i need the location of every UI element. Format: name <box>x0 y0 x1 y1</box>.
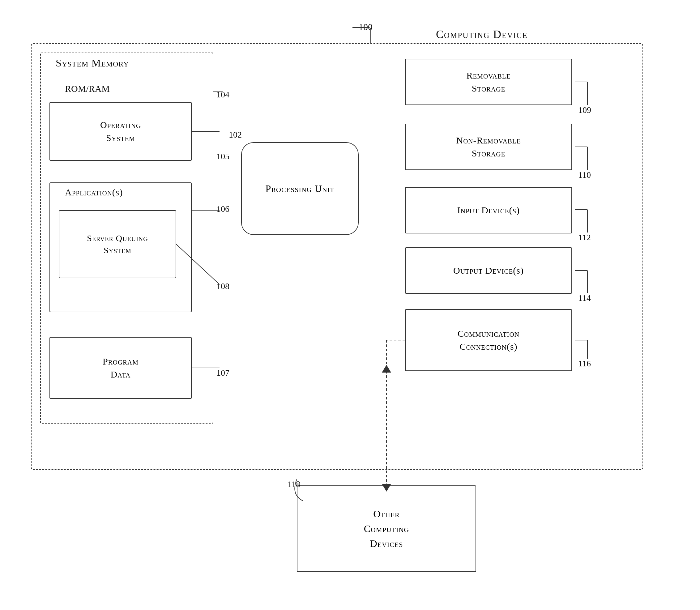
system-memory-label: System Memory <box>55 57 129 69</box>
ref-104: 104 <box>217 90 229 99</box>
diagram-container: Computing Device 100 System Memory ROM/R… <box>18 18 682 600</box>
applications-label: Application(s) <box>65 187 123 197</box>
communication-connections-label: CommunicationConnection(s) <box>458 327 520 353</box>
server-queuing-label: Server QueuingSystem <box>87 232 148 256</box>
processing-unit-label: Processing Unit <box>266 182 335 196</box>
processing-unit-box: Processing Unit <box>241 142 359 235</box>
other-computing-devices-label: OtherComputingDevices <box>364 507 409 551</box>
rom-ram-label: ROM/RAM <box>65 83 110 94</box>
operating-system-box: OperatingSystem <box>49 102 192 161</box>
output-devices-label: Output Device(s) <box>453 264 524 277</box>
computing-device-label: Computing Device <box>436 28 528 41</box>
ref-102: 102 <box>229 130 242 140</box>
ref-116: 116 <box>578 359 591 369</box>
input-devices-box: Input Device(s) <box>405 187 572 234</box>
ref-110: 110 <box>578 170 591 180</box>
ref-106: 106 <box>217 204 229 214</box>
program-data-label: ProgramData <box>102 355 139 381</box>
communication-connections-box: CommunicationConnection(s) <box>405 309 572 371</box>
program-data-box: ProgramData <box>49 337 192 399</box>
other-computing-devices-box: OtherComputingDevices <box>297 485 476 572</box>
removable-storage-box: RemovableStorage <box>405 59 572 105</box>
operating-system-label: OperatingSystem <box>100 118 141 144</box>
ref-108: 108 <box>217 282 229 291</box>
ref-105: 105 <box>217 151 229 161</box>
removable-storage-label: RemovableStorage <box>466 69 511 95</box>
ref-109: 109 <box>578 105 591 115</box>
ref-112: 112 <box>578 232 591 242</box>
input-devices-label: Input Device(s) <box>457 204 520 217</box>
server-queuing-box: Server QueuingSystem <box>59 210 176 278</box>
ref-118: 118 <box>288 479 300 489</box>
non-removable-storage-label: Non-RemovableStorage <box>456 134 521 160</box>
ref-107: 107 <box>217 368 229 378</box>
output-devices-box: Output Device(s) <box>405 247 572 294</box>
ref-100-bracket <box>352 27 371 43</box>
ref-114: 114 <box>578 293 591 303</box>
non-removable-storage-box: Non-RemovableStorage <box>405 124 572 170</box>
